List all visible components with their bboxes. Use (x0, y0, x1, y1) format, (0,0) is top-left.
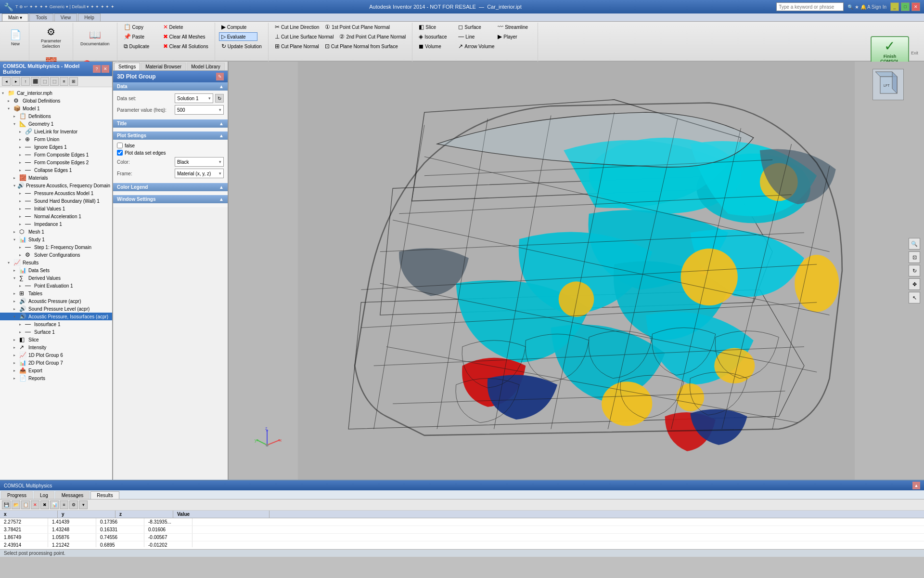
tree-expander[interactable]: ▸ (13, 338, 19, 342)
tree-expander[interactable]: ▸ (13, 353, 19, 357)
tree-expander[interactable]: ▸ (19, 137, 25, 142)
player-button[interactable]: ▶ Player (495, 32, 534, 41)
tree-item[interactable]: ▸—Collapse Edges 1 (0, 166, 112, 174)
tb-btn-4[interactable]: ⬛ (31, 77, 39, 86)
btn-delete-t[interactable]: ✕ (31, 500, 39, 509)
tree-item[interactable]: ▸🔊Sound Pressure Level (acpr) (0, 305, 112, 313)
btn-more-t[interactable]: ▾ (79, 500, 88, 509)
cut-plane-normal-button[interactable]: ⊞ Cut Plane Normal (272, 42, 321, 51)
tree-item[interactable]: ▸—Impedance 1 (0, 220, 112, 228)
param-value-select[interactable]: 500 (175, 105, 224, 115)
tree-item[interactable]: ▾📊Study 1 (0, 236, 112, 243)
tab-settings[interactable]: Settings (114, 63, 140, 70)
parameter-selection-button[interactable]: ⚙ Parameter Selection (33, 23, 69, 53)
tb-btn-3[interactable]: ↑ (21, 77, 30, 86)
viewport[interactable]: x y z LFT 🔍 ⊡ ↻ ✥ ↖ (229, 62, 924, 480)
tree-expander[interactable]: ▸ (19, 153, 25, 157)
cut-line-surface-button[interactable]: ⊥ Cut Line Surface Normal (272, 32, 336, 41)
plot-group-edit-btn[interactable]: ✎ (216, 73, 224, 80)
search-input[interactable] (776, 2, 844, 11)
duplicate-button[interactable]: ⧉ Duplicate (121, 42, 160, 51)
tree-expander[interactable]: ▾ (13, 237, 19, 242)
copy-button[interactable]: 📋 Copy (121, 23, 160, 31)
tree-expander[interactable]: ▾ (13, 184, 17, 188)
tree-expander[interactable]: ▸ (13, 268, 19, 273)
tree-item[interactable]: ▸🔊Acoustic Pressure (acpr) (0, 297, 112, 305)
tree-expander[interactable]: ▾ (13, 315, 19, 319)
dataset-select[interactable]: Solution 1 (175, 93, 213, 103)
tree-item[interactable]: ▸📄Reports (0, 374, 112, 382)
tree-item[interactable]: ▸🧱Materials (0, 174, 112, 182)
tree-item[interactable]: ▸—Form Composite Edges 1 (0, 151, 112, 158)
nav-rotate-btn[interactable]: ↻ (909, 265, 920, 276)
ribbon-tab-view[interactable]: View (54, 13, 77, 21)
nav-zoom-btn[interactable]: 🔍 (909, 238, 920, 250)
tree-item[interactable]: ▾🔊Pressure Acoustics, Frequency Domain (0, 182, 112, 189)
tree-expander[interactable]: ▸ (19, 214, 25, 219)
tree-expander[interactable]: ▸ (13, 345, 19, 350)
tree-item[interactable]: ▾∑Derived Values (0, 274, 112, 282)
tab-model-library[interactable]: Model Library (187, 63, 225, 70)
table-row[interactable]: 2.275721.414390.17356-8.31935... (0, 518, 924, 526)
paste-button[interactable]: 📌 Paste (121, 32, 160, 41)
tree-item[interactable]: ▸📋Definitions (0, 112, 112, 120)
tree-expander[interactable]: ▸ (13, 176, 19, 180)
tb-btn-2[interactable]: ▸ (12, 77, 20, 86)
plot-settings-header[interactable]: Plot Settings ▲ (113, 131, 228, 140)
tree-expander[interactable]: ▸ (19, 160, 25, 165)
color-select[interactable]: Black (175, 157, 224, 167)
tree-expander[interactable]: ▸ (19, 191, 25, 196)
tree-item[interactable]: ▸—Point Evaluation 1 (0, 282, 112, 289)
tree-item[interactable]: ▾📈Results (0, 259, 112, 266)
tree-expander[interactable]: ▸ (13, 361, 19, 365)
tab-results[interactable]: Results (90, 491, 119, 499)
tree-item[interactable]: ▸◧Slice (0, 336, 112, 343)
delete-button[interactable]: ✕ Delete (161, 23, 199, 31)
title-section-header[interactable]: Title ▲ (113, 119, 228, 128)
tree-item[interactable]: ▸📊2D Plot Group 7 (0, 359, 112, 367)
tree-item[interactable]: ▸⬡Mesh 1 (0, 228, 112, 236)
tree-expander[interactable]: ▸ (13, 368, 19, 373)
frame-select[interactable]: Material (x, y, z) (175, 169, 224, 178)
tree-item[interactable]: ▸—Initial Values 1 (0, 205, 112, 212)
tree-expander[interactable]: ▸ (8, 99, 13, 103)
close-button[interactable]: ✕ (911, 2, 920, 11)
tb-btn-5[interactable]: ⬚ (40, 77, 49, 86)
tree-item[interactable]: ▾🔊Acoustic Pressure, Isosurfaces (acpr) (0, 313, 112, 320)
btn-plot[interactable]: 📊 (50, 500, 59, 509)
tree-item[interactable]: ▸🔗LiveLink for Inventor (0, 128, 112, 135)
tree-item[interactable]: ▸—Step 1: Frequency Domain (0, 243, 112, 251)
tree-expander[interactable]: ▸ (19, 222, 25, 226)
dataset-refresh-btn[interactable]: ↻ (215, 94, 224, 103)
tree-item[interactable]: ▾📐Geometry 1 (0, 120, 112, 128)
tree-item[interactable]: ▸📤Export (0, 367, 112, 374)
minimize-button[interactable]: _ (890, 2, 899, 11)
tree-expander[interactable]: ▸ (13, 299, 19, 303)
tab-messages[interactable]: Messages (55, 491, 90, 499)
tree-expander[interactable]: ▾ (2, 91, 8, 95)
window-settings-header[interactable]: Window Settings ▲ (113, 195, 228, 203)
tree-item[interactable]: ▸📊Data Sets (0, 266, 112, 274)
tree-expander[interactable]: ▸ (19, 199, 25, 203)
plot-edges-checkbox[interactable] (117, 150, 123, 156)
tree-item[interactable]: ▸📈1D Plot Group 6 (0, 351, 112, 359)
slice-button[interactable]: ◧ Slice (416, 23, 455, 31)
tree-expander[interactable]: ▾ (13, 122, 19, 126)
tree-item[interactable]: ▸⚙Global Definitions (0, 97, 112, 105)
tree-expander[interactable]: ▾ (13, 276, 19, 280)
tree-expander[interactable]: ▸ (13, 376, 19, 381)
volume-button[interactable]: ◼ Volume (416, 42, 455, 51)
tree-expander[interactable]: ▸ (19, 330, 25, 334)
model-builder-help-btn[interactable]: ? (93, 65, 101, 73)
table-row[interactable]: 1.867491.058760.74556-0.00567 (0, 534, 924, 541)
update-solution-button[interactable]: ↻ Update Solution (219, 42, 264, 51)
clear-all-solutions-button[interactable]: ✖ Clear All Solutions (161, 42, 211, 51)
surface-button[interactable]: ◻ Surface (456, 23, 494, 31)
btn-clear-t[interactable]: ✖ (40, 500, 49, 509)
cut-line-direction-button[interactable]: ✂ Cut Line Direction (272, 23, 321, 31)
tb-btn-6[interactable]: ⬚ (50, 77, 59, 86)
tree-item[interactable]: ▸—Pressure Acoustics Model 1 (0, 189, 112, 197)
btn-config-t[interactable]: ⚙ (69, 500, 78, 509)
tb-btn-7[interactable]: ≡ (60, 77, 68, 86)
isosurface-button[interactable]: ◈ Isosurface (416, 32, 455, 41)
